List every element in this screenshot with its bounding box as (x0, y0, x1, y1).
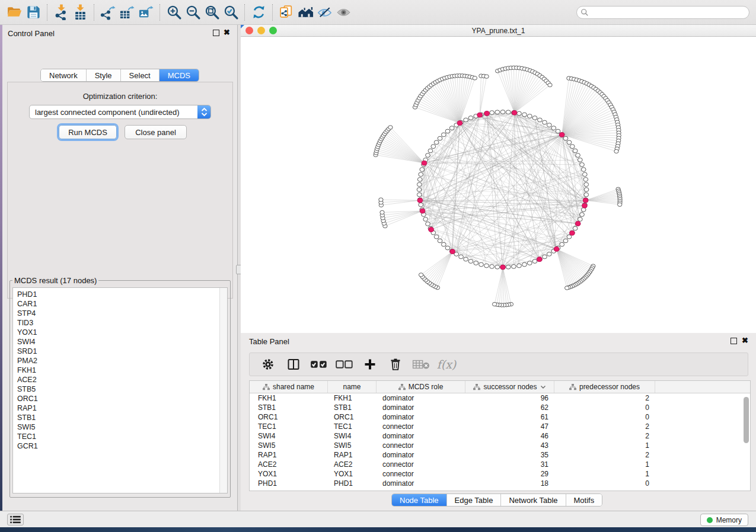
mcds-result-group: MCDS result (17 nodes) PHD1CAR1STP4TID3Y… (9, 276, 231, 498)
export-network-icon[interactable] (98, 4, 117, 21)
table-row[interactable]: TEC1TEC1connector472 (250, 422, 750, 431)
mcds-result-item[interactable]: STB5 (17, 384, 227, 394)
cell-name: TEC1 (328, 422, 377, 431)
column-header-successor-nodes[interactable]: successor nodes (465, 381, 554, 393)
table-row[interactable]: SWI4SWI4dominator462 (250, 431, 750, 441)
mcds-result-item[interactable]: STB1 (17, 413, 227, 422)
search-input[interactable] (589, 7, 749, 18)
float-table-panel-button[interactable] (731, 338, 737, 344)
cell-MCDS-role: dominator (377, 432, 465, 440)
tab-node-table[interactable]: Node Table (392, 494, 447, 506)
cell-predecessor-nodes: 2 (554, 451, 655, 459)
export-table-icon[interactable] (117, 4, 136, 21)
table-row[interactable]: YOX1YOX1connector291 (250, 469, 750, 479)
import-network-icon[interactable] (52, 4, 71, 21)
close-icon[interactable]: ✖ (742, 336, 748, 345)
network-file-icon[interactable] (277, 4, 296, 21)
first-neighbors-icon[interactable] (296, 4, 315, 21)
mcds-result-item[interactable]: PMA2 (17, 356, 227, 366)
import-table-icon[interactable] (71, 4, 90, 21)
cell-predecessor-nodes: 0 (554, 479, 655, 488)
column-header-MCDS-role[interactable]: MCDS role (377, 381, 465, 393)
mcds-result-item[interactable]: FKH1 (17, 366, 227, 375)
mcds-result-item[interactable]: PHD1 (17, 290, 227, 299)
mcds-list-scrollbar[interactable] (219, 288, 227, 493)
tab-style[interactable]: Style (87, 69, 121, 81)
cell-MCDS-role: connector (377, 470, 465, 478)
zoom-fit-icon[interactable] (202, 4, 221, 21)
network-graph-canvas[interactable] (241, 37, 756, 333)
network-view-frame: YPA_prune.txt_1 (241, 25, 756, 333)
zoom-in-icon[interactable] (164, 4, 183, 21)
toolbar-separator (272, 4, 273, 21)
table-row[interactable]: PHD1PHD1dominator180 (250, 479, 750, 488)
column-header-shared-name[interactable]: shared name (250, 381, 328, 393)
open-session-icon[interactable] (5, 4, 24, 21)
mcds-result-item[interactable]: YOX1 (17, 328, 227, 337)
tab-motifs[interactable]: Motifs (566, 494, 602, 506)
float-window-button[interactable] (213, 30, 219, 36)
cell-shared-name: TEC1 (250, 422, 328, 431)
table-row[interactable]: ACE2ACE2connector311 (250, 460, 750, 469)
close-icon[interactable]: ✖ (224, 28, 230, 37)
add-column-icon[interactable] (360, 355, 380, 373)
table-header-row: shared namenameMCDS rolesuccessor nodesp… (250, 381, 750, 393)
mcds-result-item[interactable]: RAP1 (17, 403, 227, 413)
zoom-selected-icon[interactable] (221, 4, 240, 21)
memory-button[interactable]: Memory (700, 514, 748, 526)
tab-network[interactable]: Network (41, 69, 87, 81)
mcds-tab-pane: Optimization criterion: largest connecte… (7, 82, 233, 299)
table-scrollbar-thumb[interactable] (744, 397, 749, 443)
table-row[interactable]: ORC1ORC1dominator610 (250, 412, 750, 422)
tab-mcds[interactable]: MCDS (160, 69, 199, 81)
refresh-icon[interactable] (249, 4, 268, 21)
column-header-predecessor-nodes[interactable]: predecessor nodes (554, 381, 655, 393)
cell-MCDS-role: connector (377, 460, 465, 469)
mcds-result-item[interactable]: ACE2 (17, 375, 227, 384)
show-all-icon[interactable] (334, 4, 353, 21)
table-row[interactable]: FKH1FKH1dominator962 (250, 393, 750, 403)
cell-name: FKH1 (328, 394, 377, 402)
select-all-icon[interactable] (309, 355, 329, 373)
column-header-name[interactable]: name (328, 381, 377, 393)
tab-network-table[interactable]: Network Table (501, 494, 566, 506)
cell-shared-name: ORC1 (250, 413, 328, 421)
cell-successor-nodes: 62 (465, 403, 554, 412)
task-history-button[interactable] (7, 514, 24, 525)
delete-column-icon[interactable] (385, 355, 406, 373)
network-window-titlebar[interactable]: YPA_prune.txt_1 (241, 25, 756, 37)
search-box[interactable] (576, 6, 749, 19)
zoom-out-icon[interactable] (183, 4, 202, 21)
tab-edge-table[interactable]: Edge Table (447, 494, 502, 506)
mcds-result-listbox[interactable]: PHD1CAR1STP4TID3YOX1SWI4SRD1PMA2FKH1ACE2… (12, 287, 228, 493)
cell-name: RAP1 (328, 451, 377, 459)
mcds-result-item[interactable]: ORC1 (17, 394, 227, 403)
gear-icon[interactable] (258, 355, 278, 373)
mcds-result-item[interactable]: TID3 (17, 318, 227, 328)
table-row[interactable]: RAP1RAP1dominator352 (250, 450, 750, 460)
mcds-result-item[interactable]: SRD1 (17, 347, 227, 356)
table-panel-tabs: Node TableEdge TableNetwork TableMotifs (391, 493, 602, 507)
mcds-result-item[interactable]: TEC1 (17, 432, 227, 441)
mcds-result-item[interactable]: CAR1 (17, 299, 227, 309)
mcds-result-item[interactable]: STP4 (17, 309, 227, 318)
cell-successor-nodes: 35 (465, 451, 554, 459)
hide-selected-icon[interactable] (315, 4, 334, 21)
close-panel-button[interactable]: Close panel (125, 125, 187, 139)
table-row[interactable]: SWI5SWI5connector431 (250, 441, 750, 450)
run-mcds-button[interactable]: Run MCDS (59, 125, 117, 139)
cell-predecessor-nodes: 2 (554, 432, 655, 440)
mcds-result-item[interactable]: SWI5 (17, 422, 227, 432)
table-row[interactable]: STB1STB1dominator620 (250, 403, 750, 412)
optimization-criterion-select[interactable]: largest connected component (undirected) (29, 105, 211, 119)
deselect-all-icon[interactable] (334, 355, 355, 373)
columns-icon[interactable] (283, 355, 304, 373)
save-session-icon[interactable] (24, 4, 43, 21)
mcds-result-item[interactable]: GCR1 (17, 441, 227, 451)
mcds-result-item[interactable]: SWI4 (17, 337, 227, 347)
selected-criterion: largest connected component (undirected) (30, 108, 197, 117)
cell-successor-nodes: 96 (465, 394, 554, 402)
export-image-icon[interactable] (136, 4, 155, 21)
tab-select[interactable]: Select (121, 69, 160, 81)
cell-shared-name: RAP1 (250, 451, 328, 459)
